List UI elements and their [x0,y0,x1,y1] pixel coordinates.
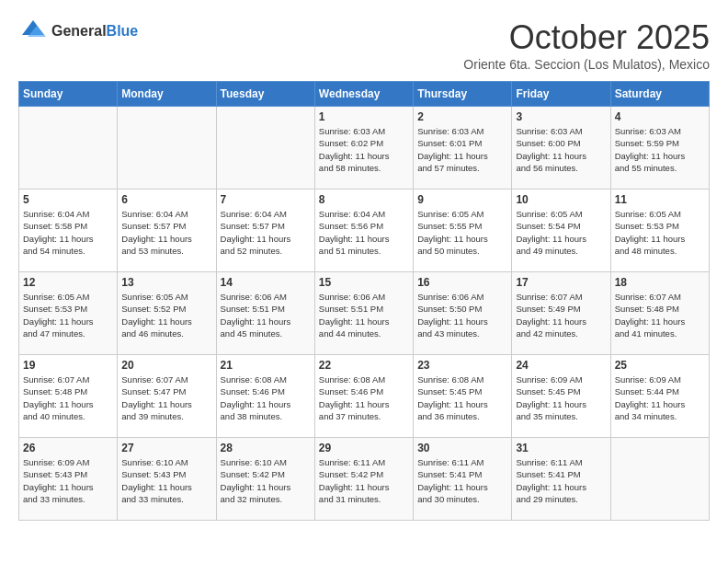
calendar-cell: 16Sunrise: 6:06 AMSunset: 5:50 PMDayligh… [414,272,512,355]
logo-blue: Blue [107,23,139,39]
day-number: 15 [319,276,409,289]
day-number: 7 [221,193,311,206]
day-number: 19 [23,359,113,372]
day-info: Sunrise: 6:05 AMSunset: 5:53 PMDaylight:… [615,208,705,257]
day-number: 9 [417,193,507,206]
calendar-cell: 18Sunrise: 6:07 AMSunset: 5:48 PMDayligh… [610,272,709,355]
header: GeneralBlue October 2025 Oriente 6ta. Se… [18,18,710,72]
day-number: 22 [319,359,409,372]
calendar-cell: 2Sunrise: 6:03 AMSunset: 6:01 PMDaylight… [414,107,512,190]
day-number: 31 [516,442,606,454]
calendar-cell [610,438,709,521]
calendar-cell [19,107,118,190]
calendar-cell: 15Sunrise: 6:06 AMSunset: 5:51 PMDayligh… [314,272,413,355]
calendar-cell: 6Sunrise: 6:04 AMSunset: 5:57 PMDaylight… [118,190,216,272]
day-number: 20 [121,359,211,372]
day-info: Sunrise: 6:03 AMSunset: 6:01 PMDaylight:… [417,125,507,174]
calendar-cell: 26Sunrise: 6:09 AMSunset: 5:43 PMDayligh… [19,438,118,521]
day-info: Sunrise: 6:11 AMSunset: 5:41 PMDaylight:… [516,456,606,505]
day-info: Sunrise: 6:09 AMSunset: 5:43 PMDaylight:… [23,456,113,505]
logo: GeneralBlue [18,18,138,44]
day-number: 11 [615,193,705,206]
day-info: Sunrise: 6:09 AMSunset: 5:45 PMDaylight:… [516,373,606,422]
calendar-cell: 4Sunrise: 6:03 AMSunset: 5:59 PMDaylight… [610,107,709,190]
day-info: Sunrise: 6:05 AMSunset: 5:52 PMDaylight:… [121,291,211,339]
day-number: 14 [221,276,311,289]
day-info: Sunrise: 6:06 AMSunset: 5:51 PMDaylight:… [221,291,311,339]
calendar-cell: 17Sunrise: 6:07 AMSunset: 5:49 PMDayligh… [512,272,610,355]
calendar-cell: 11Sunrise: 6:05 AMSunset: 5:53 PMDayligh… [610,190,709,272]
day-info: Sunrise: 6:09 AMSunset: 5:44 PMDaylight:… [615,373,705,422]
calendar-cell [118,107,216,190]
day-number: 21 [221,359,311,372]
calendar-cell: 24Sunrise: 6:09 AMSunset: 5:45 PMDayligh… [512,355,610,438]
calendar-cell: 23Sunrise: 6:08 AMSunset: 5:45 PMDayligh… [414,355,512,438]
calendar-cell: 27Sunrise: 6:10 AMSunset: 5:43 PMDayligh… [118,438,216,521]
day-number: 4 [615,110,705,123]
day-header-wednesday: Wednesday [314,82,413,107]
day-info: Sunrise: 6:10 AMSunset: 5:43 PMDaylight:… [121,456,211,505]
day-info: Sunrise: 6:06 AMSunset: 5:51 PMDaylight:… [319,291,409,339]
day-info: Sunrise: 6:04 AMSunset: 5:56 PMDaylight:… [319,208,409,257]
day-info: Sunrise: 6:04 AMSunset: 5:57 PMDaylight:… [221,208,311,257]
calendar-cell: 21Sunrise: 6:08 AMSunset: 5:46 PMDayligh… [216,355,314,438]
day-info: Sunrise: 6:08 AMSunset: 5:46 PMDaylight:… [221,373,311,422]
day-number: 12 [23,276,113,289]
day-info: Sunrise: 6:07 AMSunset: 5:47 PMDaylight:… [121,373,211,422]
calendar-cell [216,107,314,190]
calendar-header-row: SundayMondayTuesdayWednesdayThursdayFrid… [19,82,710,107]
calendar-cell: 12Sunrise: 6:05 AMSunset: 5:53 PMDayligh… [19,272,118,355]
logo-icon [18,18,48,40]
calendar-cell: 8Sunrise: 6:04 AMSunset: 5:56 PMDaylight… [314,190,413,272]
day-header-friday: Friday [512,82,610,107]
day-info: Sunrise: 6:10 AMSunset: 5:42 PMDaylight:… [221,456,311,505]
day-info: Sunrise: 6:11 AMSunset: 5:42 PMDaylight:… [319,456,409,505]
calendar-cell: 7Sunrise: 6:04 AMSunset: 5:57 PMDaylight… [216,190,314,272]
calendar-cell: 22Sunrise: 6:08 AMSunset: 5:46 PMDayligh… [314,355,413,438]
day-header-tuesday: Tuesday [216,82,314,107]
calendar-cell: 3Sunrise: 6:03 AMSunset: 6:00 PMDaylight… [512,107,610,190]
day-number: 8 [319,193,409,206]
calendar-cell: 1Sunrise: 6:03 AMSunset: 6:02 PMDaylight… [314,107,413,190]
day-info: Sunrise: 6:07 AMSunset: 5:49 PMDaylight:… [516,291,606,339]
day-number: 18 [615,276,705,289]
calendar-cell: 13Sunrise: 6:05 AMSunset: 5:52 PMDayligh… [118,272,216,355]
day-number: 13 [121,276,211,289]
day-info: Sunrise: 6:11 AMSunset: 5:41 PMDaylight:… [417,456,507,505]
day-number: 1 [319,110,409,123]
week-row-4: 19Sunrise: 6:07 AMSunset: 5:48 PMDayligh… [19,355,710,438]
day-number: 26 [23,442,113,454]
day-info: Sunrise: 6:03 AMSunset: 6:02 PMDaylight:… [319,125,409,174]
calendar-cell: 20Sunrise: 6:07 AMSunset: 5:47 PMDayligh… [118,355,216,438]
day-number: 29 [319,442,409,454]
day-info: Sunrise: 6:04 AMSunset: 5:58 PMDaylight:… [23,208,113,257]
day-header-thursday: Thursday [414,82,512,107]
day-info: Sunrise: 6:03 AMSunset: 5:59 PMDaylight:… [615,125,705,174]
calendar-cell: 30Sunrise: 6:11 AMSunset: 5:41 PMDayligh… [414,438,512,521]
day-number: 30 [417,442,507,454]
day-info: Sunrise: 6:04 AMSunset: 5:57 PMDaylight:… [121,208,211,257]
calendar-table: SundayMondayTuesdayWednesdayThursdayFrid… [18,81,710,521]
day-header-saturday: Saturday [610,82,709,107]
day-info: Sunrise: 6:07 AMSunset: 5:48 PMDaylight:… [615,291,705,339]
day-number: 3 [516,110,606,123]
calendar-cell: 29Sunrise: 6:11 AMSunset: 5:42 PMDayligh… [314,438,413,521]
calendar-cell: 19Sunrise: 6:07 AMSunset: 5:48 PMDayligh… [19,355,118,438]
calendar-cell: 14Sunrise: 6:06 AMSunset: 5:51 PMDayligh… [216,272,314,355]
title-area: October 2025 Oriente 6ta. Seccion (Los M… [463,18,710,72]
day-info: Sunrise: 6:05 AMSunset: 5:55 PMDaylight:… [417,208,507,257]
week-row-1: 1Sunrise: 6:03 AMSunset: 6:02 PMDaylight… [19,107,710,190]
day-number: 16 [417,276,507,289]
week-row-3: 12Sunrise: 6:05 AMSunset: 5:53 PMDayligh… [19,272,710,355]
week-row-2: 5Sunrise: 6:04 AMSunset: 5:58 PMDaylight… [19,190,710,272]
day-number: 2 [417,110,507,123]
day-info: Sunrise: 6:05 AMSunset: 5:53 PMDaylight:… [23,291,113,339]
calendar-cell: 25Sunrise: 6:09 AMSunset: 5:44 PMDayligh… [610,355,709,438]
calendar-title: October 2025 [463,18,710,57]
day-number: 24 [516,359,606,372]
day-number: 23 [417,359,507,372]
day-info: Sunrise: 6:06 AMSunset: 5:50 PMDaylight:… [417,291,507,339]
calendar-subtitle: Oriente 6ta. Seccion (Los Mulatos), Mexi… [463,57,710,72]
day-number: 5 [23,193,113,206]
day-info: Sunrise: 6:08 AMSunset: 5:46 PMDaylight:… [319,373,409,422]
